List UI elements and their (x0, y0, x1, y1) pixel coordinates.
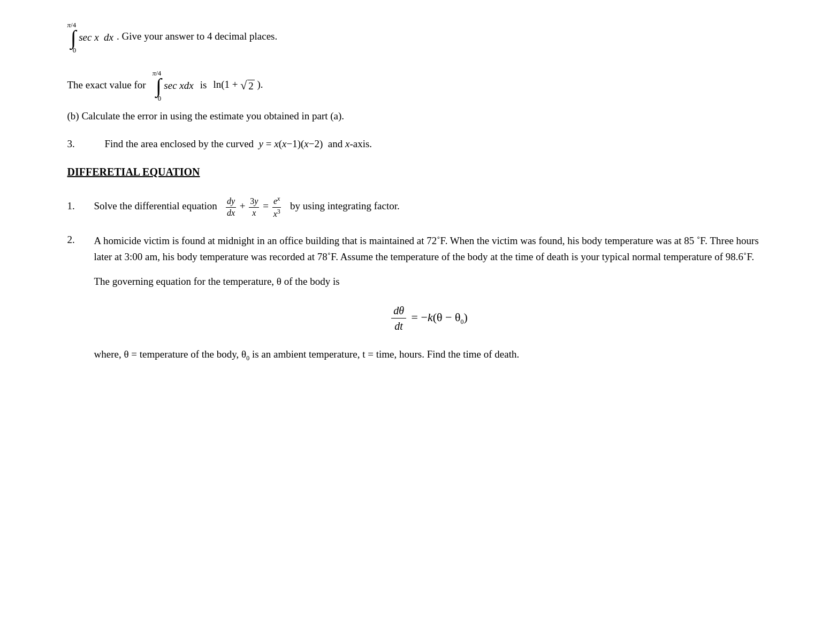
diff-2-where: where, θ = temperature of the body, θ0 i… (94, 346, 763, 363)
diff-problem-2: 2. A homicide victim is found at midnigh… (67, 233, 763, 363)
part-b-line: (b) Calculate the error in using the est… (67, 110, 763, 122)
diff-2-governing: The governing equation for the temperatu… (94, 274, 763, 290)
formula-display: dθ dt = −k(θ − θ0) (389, 303, 468, 334)
diff-1-number: 1. (67, 200, 83, 212)
diff-2-paragraph1: A homicide victim is found at midnight i… (94, 233, 763, 266)
differential-heading: DIFFERETIAL EQUATION (67, 166, 763, 178)
intro-line: π/4 ∫ 0 sec x dx . Give your answer to 4… (67, 21, 763, 54)
part-b-text: (b) Calculate the error in using the est… (67, 110, 345, 122)
problem-3-text: Find the area enclosed by the curved y =… (105, 138, 372, 150)
intro-integral: π/4 ∫ 0 sec x dx (67, 21, 114, 54)
intro-suffix: . Give your answer to 4 decimal places. (117, 31, 277, 42)
problem-3-row: 3. Find the area enclosed by the curved … (67, 138, 763, 150)
problem-3-number: 3. (67, 138, 89, 150)
diff-2-number: 2. (67, 234, 83, 246)
exact-value-line: The exact value for π/4 ∫ 0 sec xdx is l… (67, 70, 763, 102)
diff-1-text: Solve the differential equation dy dx + … (94, 194, 400, 219)
exact-value: ln(1 + √ 2 ). (213, 79, 263, 93)
diff-problem-1: 1. Solve the differential equation dy dx… (67, 194, 763, 219)
exact-integral: π/4 ∫ 0 sec xdx (153, 70, 194, 102)
exact-prefix: The exact value for (67, 79, 146, 91)
diff-2-text-block: A homicide victim is found at midnight i… (94, 233, 763, 363)
page-content: π/4 ∫ 0 sec x dx . Give your answer to 4… (67, 21, 763, 363)
governing-formula: dθ dt = −k(θ − θ0) (94, 303, 763, 334)
exact-is: is (200, 79, 207, 91)
